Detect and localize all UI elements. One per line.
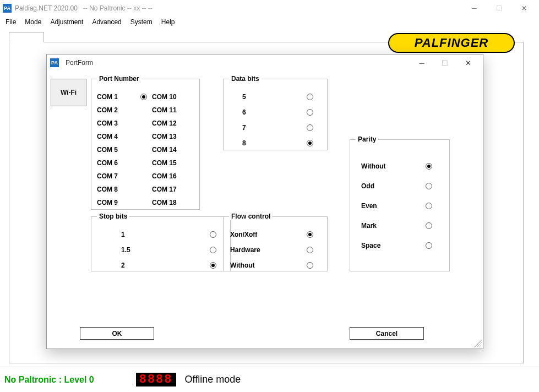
dialog-minimize-button[interactable]: ─ — [410, 55, 433, 70]
option-radio-cell — [301, 140, 319, 146]
port-option[interactable]: COM 8 — [97, 186, 135, 193]
menu-advanced[interactable]: Advanced — [89, 17, 124, 27]
port-radio-cell — [135, 94, 152, 100]
radio-icon[interactable] — [426, 183, 432, 189]
radio-icon[interactable] — [210, 231, 216, 238]
option-row[interactable]: Hardware — [227, 242, 319, 258]
option-label: 2 — [99, 262, 204, 269]
menu-adjustment[interactable]: Adjustment — [47, 17, 86, 27]
option-label: Mark — [361, 222, 420, 230]
option-radio-cell — [301, 94, 319, 100]
port-option[interactable]: COM 16 — [152, 172, 190, 180]
radio-icon[interactable] — [426, 203, 432, 209]
port-row: COM 5COM 14 — [97, 143, 194, 156]
port-option[interactable]: COM 5 — [97, 146, 135, 154]
port-option[interactable]: COM 11 — [152, 106, 190, 114]
port-option[interactable]: COM 9 — [97, 199, 135, 206]
option-row[interactable]: Without — [227, 258, 319, 273]
option-row[interactable]: Mark — [361, 216, 438, 236]
option-radio-cell — [420, 183, 438, 189]
stop-bits-legend: Stop bits — [97, 213, 129, 220]
radio-icon[interactable] — [307, 140, 313, 146]
menu-help[interactable]: Help — [158, 17, 178, 27]
radio-icon[interactable] — [307, 94, 313, 100]
port-option[interactable]: COM 14 — [152, 146, 190, 154]
option-row[interactable]: 5 — [231, 89, 319, 105]
port-option[interactable]: COM 10 — [152, 93, 190, 101]
option-row[interactable]: 1.5 — [99, 242, 222, 258]
option-row[interactable]: Even — [361, 196, 438, 216]
window-title: Paldiag.NET 2020.00 — [15, 4, 78, 12]
port-option[interactable]: COM 6 — [97, 159, 135, 167]
option-row[interactable]: Odd — [361, 176, 438, 196]
radio-icon[interactable] — [210, 247, 216, 253]
port-option[interactable]: COM 2 — [97, 106, 135, 114]
dialog-maximize-button[interactable]: ☐ — [433, 55, 456, 70]
port-option[interactable]: COM 18 — [152, 199, 190, 206]
option-label: 5 — [231, 93, 301, 101]
port-option[interactable]: COM 7 — [97, 172, 135, 180]
port-option[interactable]: COM 13 — [152, 133, 190, 140]
option-row[interactable]: 2 — [99, 258, 222, 273]
option-row[interactable]: 1 — [99, 227, 222, 242]
status-segment-display: 8888 — [136, 373, 176, 386]
port-option[interactable]: COM 15 — [152, 159, 190, 167]
option-label: 8 — [231, 139, 301, 147]
option-radio-cell — [204, 262, 222, 269]
radio-icon[interactable] — [307, 124, 313, 131]
radio-icon[interactable] — [307, 262, 313, 269]
radio-icon[interactable] — [426, 163, 432, 170]
option-label: Without — [227, 262, 301, 269]
port-number-group: Port Number COM 1COM 10COM 2COM 11COM 3C… — [91, 79, 200, 210]
radio-icon[interactable] — [426, 222, 432, 229]
port-row: COM 3COM 12 — [97, 117, 194, 130]
port-option[interactable]: COM 17 — [152, 186, 190, 193]
minimize-button[interactable]: ─ — [462, 0, 487, 17]
app-icon: PA — [3, 4, 12, 13]
option-row[interactable]: Space — [361, 236, 438, 255]
option-row[interactable]: 7 — [231, 120, 319, 135]
option-row[interactable]: 6 — [231, 105, 319, 120]
option-label: 1.5 — [99, 246, 204, 254]
port-number-legend: Port Number — [97, 75, 141, 83]
option-radio-cell — [420, 203, 438, 209]
option-radio-cell — [420, 163, 438, 170]
option-radio-cell — [301, 124, 319, 131]
menu-file[interactable]: File — [2, 17, 19, 27]
window-subtitle: -- No Paltronic -- xx -- -- — [83, 4, 153, 12]
option-label: 1 — [99, 231, 204, 238]
radio-icon[interactable] — [140, 94, 147, 100]
status-connection: No Paltronic : Level 0 — [4, 375, 94, 385]
option-label: Odd — [361, 182, 420, 190]
radio-icon[interactable] — [210, 262, 216, 269]
radio-icon[interactable] — [307, 109, 313, 116]
port-row: COM 6COM 15 — [97, 156, 194, 170]
option-row[interactable]: Xon/Xoff — [227, 227, 319, 242]
radio-icon[interactable] — [307, 247, 313, 253]
port-option[interactable]: COM 3 — [97, 119, 135, 127]
status-mode: Offline mode — [185, 374, 241, 385]
dialog-close-button[interactable]: ✕ — [456, 55, 480, 70]
main-titlebar: PA Paldiag.NET 2020.00 -- No Paltronic -… — [0, 0, 539, 17]
option-row[interactable]: Without — [361, 156, 438, 176]
menu-bar: File Mode Adjustment Advanced System Hel… — [0, 17, 539, 28]
port-row: COM 1COM 10 — [97, 90, 194, 104]
maximize-button[interactable]: ☐ — [487, 0, 511, 17]
menu-system[interactable]: System — [127, 17, 156, 27]
wifi-button[interactable]: Wi-Fi — [51, 79, 86, 106]
ok-button[interactable]: OK — [80, 327, 154, 340]
radio-icon[interactable] — [307, 231, 313, 238]
close-button[interactable]: ✕ — [511, 0, 536, 17]
radio-icon[interactable] — [426, 242, 432, 249]
cancel-button[interactable]: Cancel — [350, 327, 424, 340]
port-option[interactable]: COM 12 — [152, 119, 190, 127]
option-label: Space — [361, 242, 420, 249]
port-option[interactable]: COM 4 — [97, 133, 135, 140]
menu-mode[interactable]: Mode — [21, 17, 45, 27]
resize-grip-icon[interactable] — [474, 340, 482, 347]
empty-tab[interactable] — [9, 32, 44, 42]
option-radio-cell — [204, 247, 222, 253]
port-option[interactable]: COM 1 — [97, 93, 135, 101]
port-row: COM 7COM 16 — [97, 170, 194, 183]
option-row[interactable]: 8 — [231, 135, 319, 151]
